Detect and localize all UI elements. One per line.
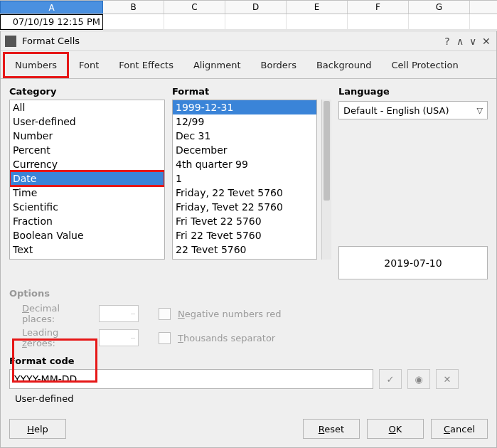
col-header-E[interactable]: E — [287, 1, 348, 14]
tab-cell-protection[interactable]: Cell Protection — [381, 54, 468, 78]
language-select[interactable]: Default - English (USA) ▽ — [338, 101, 488, 119]
decimal-places-stepper — [99, 305, 139, 322]
format-listbox[interactable]: 1999-12-31 12/99 Dec 31 December 4th qua… — [172, 100, 317, 260]
list-item[interactable]: Percent — [10, 143, 164, 157]
list-item[interactable]: Time — [10, 186, 164, 200]
category-listbox[interactable]: All User-defined Number Percent Currency… — [9, 100, 165, 260]
button-bar: Help Reset OK Cancel — [1, 410, 496, 447]
list-item[interactable]: Friday, 22 Tevet 5760 — [173, 186, 316, 200]
format-code-input[interactable]: YYYY-MM-DD — [9, 369, 373, 389]
help-icon[interactable]: ? — [441, 36, 454, 47]
col-header-A[interactable]: A — [0, 1, 103, 14]
col-header-C[interactable]: C — [164, 1, 225, 14]
col-header-G[interactable]: G — [409, 1, 470, 14]
format-code-comment-button[interactable]: ◉ — [407, 369, 430, 389]
list-item[interactable]: Friday, Tevet 22 5760 — [173, 200, 316, 214]
titlebar: Format Cells ? ∧ ∨ ✕ — [1, 31, 496, 51]
list-item[interactable]: Boolean Value — [10, 228, 164, 242]
dialog-title: Format Cells — [22, 36, 441, 46]
cancel-button[interactable]: Cancel — [431, 419, 488, 439]
col-header-F[interactable]: F — [348, 1, 409, 14]
leading-zeroes-label: Leading zeroes: — [22, 327, 92, 348]
cell-A1[interactable]: 07/10/19 12:15 PM — [0, 14, 103, 30]
list-item[interactable]: Fri Tevet 22 5760 — [173, 214, 316, 228]
language-label: Language — [338, 86, 488, 97]
tabs: Numbers Font Font Effects Alignment Bord… — [1, 51, 496, 79]
list-item[interactable]: User-defined — [10, 114, 164, 129]
negative-red-checkbox — [159, 308, 171, 320]
format-scrollbar[interactable] — [321, 100, 331, 260]
app-icon — [5, 36, 16, 47]
format-code-apply-button[interactable]: ✓ — [379, 369, 402, 389]
tab-font[interactable]: Font — [69, 54, 109, 78]
list-item[interactable]: All — [10, 100, 164, 114]
format-label: Format — [172, 86, 331, 97]
format-code-remove-button[interactable]: ✕ — [436, 369, 459, 389]
col-header-H[interactable]: H — [470, 1, 497, 14]
thousands-sep-label: Thousands separator — [178, 333, 275, 343]
list-item[interactable]: 1999-12-31 — [173, 100, 316, 114]
list-item[interactable]: Dec 31 — [173, 129, 316, 143]
language-value: Default - English (USA) — [343, 105, 449, 116]
list-item[interactable]: Text — [10, 242, 164, 257]
chevron-down-icon: ▽ — [477, 106, 483, 115]
tab-background[interactable]: Background — [306, 54, 382, 78]
list-item-date[interactable]: Date — [10, 171, 164, 186]
list-item[interactable]: Fraction — [10, 214, 164, 228]
check-icon: ✓ — [387, 374, 395, 385]
negative-red-label: Negative numbers red — [178, 309, 281, 319]
list-item[interactable]: Scientific — [10, 200, 164, 214]
user-defined-indicator: User-defined — [15, 393, 488, 404]
eye-icon: ◉ — [415, 374, 422, 385]
category-label: Category — [9, 86, 165, 97]
thousands-sep-checkbox — [159, 332, 171, 344]
tab-alignment[interactable]: Alignment — [183, 54, 251, 78]
minimize-icon[interactable]: ∧ — [454, 36, 466, 47]
list-item[interactable]: Number — [10, 129, 164, 143]
column-headers: A B C D E F G H — [0, 0, 497, 14]
close-icon: ✕ — [444, 374, 451, 385]
maximize-icon[interactable]: ∨ — [466, 36, 479, 47]
close-icon[interactable]: ✕ — [479, 36, 492, 47]
format-preview: 2019-07-10 — [338, 246, 488, 279]
reset-button[interactable]: Reset — [303, 419, 360, 439]
list-item[interactable]: December — [173, 143, 316, 157]
list-item[interactable]: Currency — [10, 157, 164, 171]
ok-button[interactable]: OK — [367, 419, 424, 439]
format-cells-dialog: Format Cells ? ∧ ∨ ✕ Numbers Font Font E… — [0, 31, 497, 448]
list-item[interactable]: 22 Tevet 5760 — [173, 242, 316, 257]
spreadsheet: A B C D E F G H 07/10/19 12:15 PM — [0, 0, 497, 31]
format-code-label: Format code — [9, 356, 488, 366]
decimal-places-label: Decimal places: — [22, 303, 92, 324]
leading-zeroes-stepper — [99, 329, 139, 346]
tab-font-effects[interactable]: Font Effects — [109, 54, 183, 78]
tab-borders[interactable]: Borders — [251, 54, 306, 78]
col-header-D[interactable]: D — [225, 1, 287, 14]
col-header-B[interactable]: B — [103, 1, 164, 14]
options-label: Options — [9, 288, 488, 299]
list-item[interactable]: Fri 22 Tevet 5760 — [173, 228, 316, 242]
list-item[interactable]: 12/99 — [173, 114, 316, 129]
help-button[interactable]: Help — [9, 419, 66, 439]
list-item[interactable]: 1 — [173, 171, 316, 186]
list-item[interactable]: 4th quarter 99 — [173, 157, 316, 171]
tab-numbers[interactable]: Numbers — [3, 52, 69, 78]
